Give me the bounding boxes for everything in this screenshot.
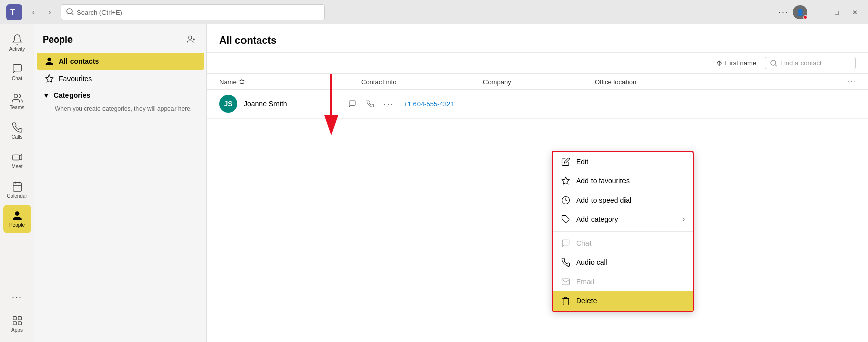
ctx-email-label: Email [576, 278, 685, 286]
contact-row: JS Joanne Smith ··· +1 604-555-4321 [207, 90, 868, 119]
email-icon [561, 277, 570, 286]
chat-icon [561, 239, 570, 248]
contact-name: Joanne Smith [244, 100, 345, 108]
call-icon [561, 258, 570, 267]
ctx-chat-label: Chat [576, 239, 685, 247]
sort-label: First name [725, 59, 756, 67]
notification-badge [803, 15, 807, 19]
contact-more-button[interactable]: ··· [381, 97, 396, 111]
ctx-add-category-arrow: › [683, 216, 685, 223]
contact-chat-button[interactable] [345, 97, 359, 111]
sidebar-nav: Activity Chat Teams Calls [0, 24, 34, 342]
sidebar-item-people[interactable]: People [3, 205, 31, 233]
svg-rect-6 [13, 182, 21, 191]
contact-call-button[interactable] [363, 97, 377, 111]
ctx-add-category[interactable]: Add category › [553, 210, 693, 229]
sidebar-item-teams-label: Teams [10, 105, 24, 110]
col-more-header: ··· [836, 77, 856, 86]
teams-logo: T [6, 4, 22, 20]
favourites-label: Favourites [59, 74, 92, 83]
ctx-edit[interactable]: Edit [553, 152, 693, 171]
ctx-add-category-label: Add category [576, 215, 677, 223]
ctx-divider-1 [553, 231, 693, 232]
ctx-email[interactable]: Email [553, 272, 693, 291]
categories-label: Categories [54, 91, 90, 99]
categories-header[interactable]: ▼ Categories [34, 87, 206, 103]
sidebar-item-meet-label: Meet [11, 164, 22, 169]
sidebar-item-chat-label: Chat [12, 75, 22, 81]
main-layout: Activity Chat Teams Calls [0, 24, 868, 342]
svg-marker-23 [562, 177, 570, 184]
back-button[interactable]: ‹ [26, 5, 41, 19]
contact-avatar: JS [219, 95, 237, 113]
ctx-delete-label: Delete [576, 297, 685, 305]
star-icon [561, 176, 570, 185]
contact-phone: +1 604-555-4321 [404, 100, 856, 108]
all-contacts-label: All contacts [59, 57, 99, 65]
svg-marker-17 [46, 75, 53, 82]
svg-rect-5 [12, 155, 19, 160]
sidebar-item-activity[interactable]: Activity [3, 28, 31, 57]
contact-initials: JS [224, 100, 232, 108]
col-contact-header: Contact info [361, 78, 483, 86]
all-contacts-item[interactable]: All contacts [37, 53, 204, 70]
ctx-add-speed-dial-label: Add to speed dial [576, 196, 685, 204]
close-button[interactable]: ✕ [848, 5, 862, 19]
sidebar-item-people-label: People [9, 222, 25, 228]
find-contact-placeholder: Find a contact [780, 59, 822, 67]
ctx-add-speed-dial[interactable]: Add to speed dial [553, 191, 693, 210]
maximize-button[interactable]: □ [829, 5, 844, 19]
ctx-add-favourites-label: Add to favourites [576, 177, 685, 185]
context-menu: Edit Add to favourites Add to speed dial [552, 151, 694, 312]
minimize-button[interactable]: — [811, 5, 825, 19]
categories-empty-message: When you create categories, they will ap… [34, 103, 206, 115]
sort-by-button[interactable]: First name [715, 59, 756, 67]
forward-button[interactable]: › [43, 5, 57, 19]
tag-icon [561, 215, 570, 224]
svg-text:T: T [10, 8, 15, 17]
avatar[interactable]: 👤 [793, 5, 807, 19]
add-contact-button[interactable] [184, 32, 198, 47]
sidebar-apps-button[interactable]: Apps [3, 310, 31, 338]
search-placeholder-text: Search (Ctrl+E) [77, 9, 122, 16]
edit-icon [561, 157, 570, 166]
titlebar: T ‹ › Search (Ctrl+E) ··· 👤 — □ ✕ [0, 0, 868, 24]
trash-icon [561, 296, 570, 306]
svg-point-2 [67, 9, 72, 14]
svg-point-14 [189, 36, 192, 39]
ctx-chat[interactable]: Chat [553, 234, 693, 253]
find-contact-input[interactable]: Find a contact [765, 57, 856, 69]
categories-chevron-icon: ▼ [43, 91, 50, 99]
svg-line-20 [775, 65, 777, 66]
main-content: All contacts First name Find a contact [207, 24, 868, 342]
svg-rect-12 [13, 321, 16, 324]
page-title: All contacts [219, 34, 276, 46]
ctx-audio-call[interactable]: Audio call [553, 253, 693, 272]
favourites-item[interactable]: Favourites [37, 70, 204, 87]
ctx-add-favourites[interactable]: Add to favourites [553, 171, 693, 191]
sidebar-item-calendar[interactable]: Calendar [3, 175, 31, 204]
search-bar[interactable]: Search (Ctrl+E) [61, 4, 325, 20]
ctx-delete[interactable]: Delete [553, 291, 693, 311]
content-toolbar: First name Find a contact [207, 53, 868, 74]
sidebar-item-teams[interactable]: Teams [3, 87, 31, 116]
people-panel-header: People [34, 32, 206, 53]
svg-rect-11 [18, 316, 21, 319]
people-panel: People All contacts Favourites [34, 24, 207, 342]
sidebar-item-chat[interactable]: Chat [3, 58, 31, 86]
svg-rect-10 [13, 316, 16, 319]
more-options-button[interactable]: ··· [778, 7, 789, 18]
sidebar-more-button[interactable]: ··· [3, 287, 31, 308]
svg-point-4 [14, 94, 17, 97]
sidebar-item-activity-label: Activity [9, 46, 25, 52]
apps-label: Apps [11, 327, 23, 333]
col-office-header: Office location [595, 78, 836, 86]
sidebar-item-meet[interactable]: Meet [3, 146, 31, 174]
sidebar-item-calls[interactable]: Calls [3, 117, 31, 145]
speed-dial-icon [561, 196, 570, 205]
content-header: All contacts [207, 24, 868, 53]
people-panel-title: People [43, 34, 73, 45]
ctx-audio-call-label: Audio call [576, 258, 685, 267]
svg-point-19 [771, 60, 776, 65]
nav-buttons: ‹ › [26, 5, 57, 19]
